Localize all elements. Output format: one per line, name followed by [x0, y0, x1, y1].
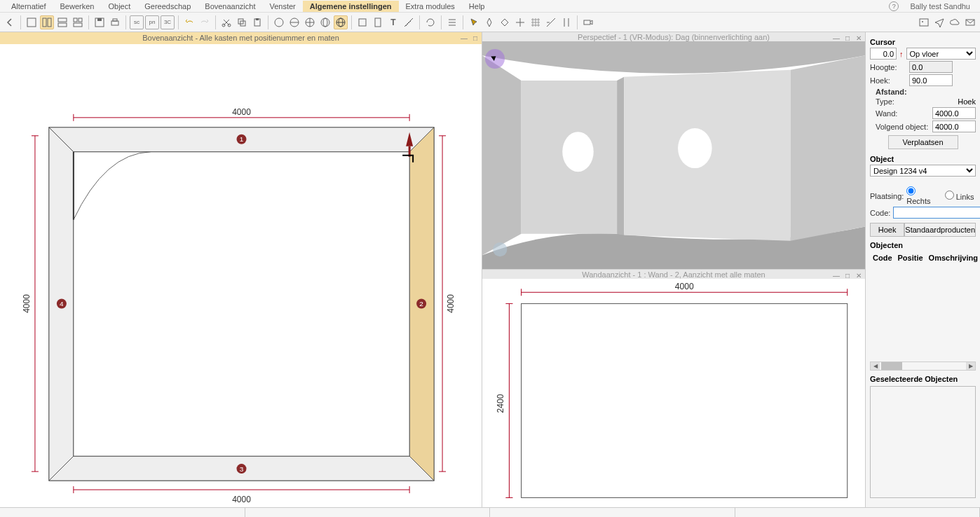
code-input[interactable] — [893, 207, 980, 219]
dim-top: 4000 — [232, 107, 251, 117]
selected-objects-box — [870, 386, 976, 498]
mail-icon[interactable] — [963, 15, 977, 29]
note-icon[interactable] — [355, 15, 369, 29]
menu-venster[interactable]: Venster — [262, 1, 302, 12]
objecten-scrollbar[interactable]: ◀ ▶ — [870, 361, 976, 371]
snap3-icon[interactable] — [513, 15, 527, 29]
save-icon[interactable] — [93, 15, 107, 29]
snap5-icon[interactable] — [559, 15, 573, 29]
hoogte-input[interactable] — [909, 61, 953, 73]
geselecteerde-title: Geselecteerde Objecten — [870, 375, 976, 383]
scroll-right-icon[interactable]: ▶ — [966, 362, 975, 370]
pn-icon[interactable]: pn — [145, 15, 159, 29]
svg-rect-6 — [79, 18, 82, 22]
svg-text:4: 4 — [60, 300, 64, 308]
image-icon[interactable] — [917, 15, 931, 29]
svg-rect-0 — [27, 18, 36, 27]
globe5-icon[interactable] — [334, 15, 348, 29]
cloud-icon[interactable] — [948, 15, 962, 29]
type-label: Type: — [876, 97, 918, 106]
redo-icon[interactable] — [198, 15, 212, 29]
menu-bar: Alternatief Bewerken Object Gereedschap … — [0, 0, 980, 13]
svg-rect-2 — [48, 18, 51, 27]
user-name-label: Bally test Sandhu — [904, 2, 976, 11]
objecten-title: Objecten — [870, 241, 976, 249]
pointer-icon[interactable] — [467, 15, 481, 29]
list-icon[interactable] — [445, 15, 459, 29]
hoek-input[interactable] — [909, 74, 953, 86]
undo-icon[interactable] — [182, 15, 196, 29]
globe4-icon[interactable] — [318, 15, 332, 29]
layout2-icon[interactable] — [40, 15, 54, 29]
paste-icon[interactable] — [250, 15, 264, 29]
cut-icon[interactable] — [219, 15, 233, 29]
svg-rect-5 — [74, 18, 77, 22]
objecten-table-header: Code Positie Omschrijving — [870, 252, 976, 263]
radio-rechts[interactable]: Rechts — [906, 186, 937, 205]
menu-alternatief[interactable]: Alternatief — [4, 1, 53, 12]
top-view-canvas[interactable]: 4000 4000 4000 4000 — [0, 44, 482, 507]
tab-standaardproducten[interactable]: Standaardproducten — [904, 223, 976, 237]
perspective-canvas[interactable] — [482, 41, 865, 270]
cursor-mode-select[interactable]: Op vloer — [906, 48, 976, 60]
menu-help[interactable]: Help — [462, 1, 492, 12]
wall-view-canvas[interactable]: 4000 2400 — [482, 279, 865, 507]
volgend-label: Volgend object: — [876, 123, 930, 131]
tab-hoek[interactable]: Hoek — [870, 223, 904, 237]
print-icon[interactable] — [108, 15, 122, 29]
menu-bewerken[interactable]: Bewerken — [53, 1, 102, 12]
menu-extra-modules[interactable]: Extra modules — [399, 1, 462, 12]
clipboard-icon[interactable] — [371, 15, 385, 29]
cursor-value-input[interactable] — [870, 48, 897, 60]
refresh-icon[interactable] — [423, 15, 437, 29]
layout3-icon[interactable] — [55, 15, 69, 29]
maximize-icon[interactable]: □ — [470, 33, 480, 43]
svg-rect-25 — [359, 19, 366, 26]
help-icon[interactable]: ? — [889, 1, 899, 11]
layout1-icon[interactable] — [25, 15, 39, 29]
globe2-icon[interactable] — [287, 15, 301, 29]
sc-icon[interactable]: sc — [130, 15, 144, 29]
dim-right: 4000 — [446, 294, 456, 313]
text-icon[interactable]: T — [386, 15, 400, 29]
measure-icon[interactable] — [402, 15, 416, 29]
volgend-input[interactable] — [932, 120, 976, 132]
plaatsing-label: Plaatsing: — [870, 192, 904, 200]
object-select[interactable]: Design 1234 v4 — [870, 165, 976, 177]
wand-input[interactable] — [932, 107, 976, 119]
menu-object[interactable]: Object — [101, 1, 137, 12]
scroll-thumb[interactable] — [881, 362, 902, 370]
radio-links[interactable]: Links — [945, 191, 976, 201]
verplaatsen-button[interactable]: Verplaatsen — [888, 135, 958, 149]
globe1-icon[interactable] — [272, 15, 286, 29]
dim-left: 4000 — [22, 294, 32, 313]
grid-icon[interactable] — [529, 15, 543, 29]
snap2-icon[interactable] — [498, 15, 512, 29]
col-omschrijving: Omschrijving — [926, 252, 980, 263]
copy-icon[interactable] — [235, 15, 249, 29]
hoogte-label: Hoogte: — [870, 63, 906, 71]
minimize-icon[interactable]: — — [459, 33, 469, 43]
3c-icon[interactable]: 3C — [161, 15, 175, 29]
col-positie: Positie — [895, 252, 926, 263]
svg-point-21 — [321, 18, 329, 27]
snap1-icon[interactable] — [482, 15, 496, 29]
snap4-icon[interactable] — [544, 15, 558, 29]
back-icon[interactable] — [3, 15, 17, 29]
menu-algemene-instellingen[interactable]: Algemene instellingen — [303, 1, 399, 12]
perspective-title: Perspectief - 1 (VR-Modus): Dag (binnenv… — [578, 33, 770, 41]
layout4-icon[interactable] — [71, 15, 85, 29]
toolbar: sc pn 3C T — [0, 13, 980, 32]
globe3-icon[interactable] — [303, 15, 317, 29]
svg-rect-26 — [375, 18, 381, 27]
send-icon[interactable] — [932, 15, 946, 29]
menu-gereedschap[interactable]: Gereedschap — [137, 1, 198, 12]
svg-rect-9 — [97, 18, 102, 21]
menu-bovenaanzicht[interactable]: Bovenaanzicht — [198, 1, 262, 12]
topview-title-bar: Bovenaanzicht - Alle kasten met positien… — [0, 32, 482, 44]
svg-marker-61 — [482, 56, 522, 256]
scroll-left-icon[interactable]: ◀ — [871, 362, 880, 370]
dim-bottom: 4000 — [232, 495, 251, 504]
camera-icon[interactable] — [581, 15, 595, 29]
svg-rect-28 — [920, 19, 928, 26]
